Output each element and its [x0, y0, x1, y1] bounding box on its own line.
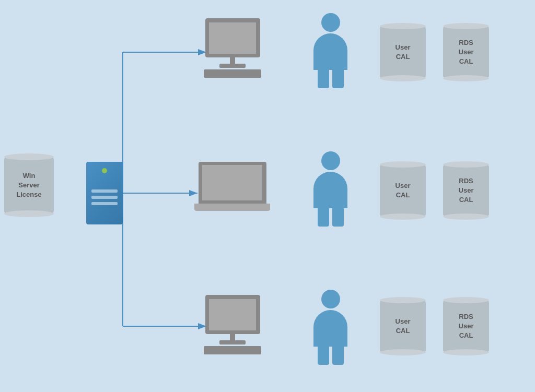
keyboard-bot — [204, 346, 261, 354]
diagram: Win Server License UserCAL RDSUse — [0, 0, 535, 392]
person-head-mid — [321, 151, 340, 170]
rds-cal-bot-body: RDSUserCAL — [443, 300, 489, 352]
monitor-screen-top — [209, 22, 256, 54]
server-line-1 — [91, 189, 118, 193]
desktop-computer-top — [204, 18, 261, 78]
person-leg-right-bot — [332, 347, 344, 365]
user-cal-top: UserCAL — [380, 26, 426, 78]
monitor-screen-bot — [209, 299, 256, 330]
user-cal-mid-body: UserCAL — [380, 164, 426, 217]
user-cal-mid: UserCAL — [380, 164, 426, 217]
laptop-screen-part-mid — [199, 162, 266, 204]
server-body — [86, 162, 123, 224]
server-indicator-dot — [102, 168, 107, 173]
person-head-bot — [321, 290, 340, 308]
person-leg-left-top — [318, 70, 329, 88]
person-legs-top — [318, 70, 344, 88]
monitor-bot — [205, 295, 260, 334]
server-tower — [86, 162, 123, 224]
monitor-top — [205, 18, 260, 57]
person-legs-mid — [318, 208, 344, 227]
person-leg-left-mid — [318, 208, 329, 227]
laptop-base-mid — [194, 204, 270, 211]
user-cal-bot: UserCAL — [380, 300, 426, 352]
monitor-base-bot — [219, 340, 246, 345]
server-line-3 — [91, 202, 118, 205]
laptop-computer-mid — [194, 162, 270, 211]
person-body-bot — [313, 310, 347, 347]
desktop-computer-bot — [204, 295, 261, 354]
user-cal-top-body: UserCAL — [380, 26, 426, 78]
person-top — [313, 13, 347, 88]
server-line-2 — [91, 196, 118, 199]
person-leg-right-mid — [332, 208, 344, 227]
keyboard-top — [204, 69, 261, 78]
person-bot — [313, 290, 347, 365]
person-legs-bot — [318, 347, 344, 365]
person-mid — [313, 151, 347, 227]
person-leg-left-bot — [318, 347, 329, 365]
rds-cal-mid: RDSUserCAL — [443, 164, 489, 217]
person-body-top — [313, 33, 347, 70]
license-scroll: Win Server License — [4, 157, 54, 214]
user-cal-bot-body: UserCAL — [380, 300, 426, 352]
rds-cal-mid-body: RDSUserCAL — [443, 164, 489, 217]
person-head-top — [321, 13, 340, 32]
person-leg-right-top — [332, 70, 344, 88]
monitor-base-top — [219, 64, 246, 68]
rds-cal-bot: RDSUserCAL — [443, 300, 489, 352]
person-body-mid — [313, 172, 347, 208]
license-scroll-body: Win Server License — [4, 157, 54, 214]
rds-cal-top: RDSUserCAL — [443, 26, 489, 78]
laptop-screen-mid — [202, 165, 262, 200]
rds-cal-top-body: RDSUserCAL — [443, 26, 489, 78]
monitor-stand-top — [230, 57, 235, 64]
monitor-stand-bot — [230, 334, 235, 340]
